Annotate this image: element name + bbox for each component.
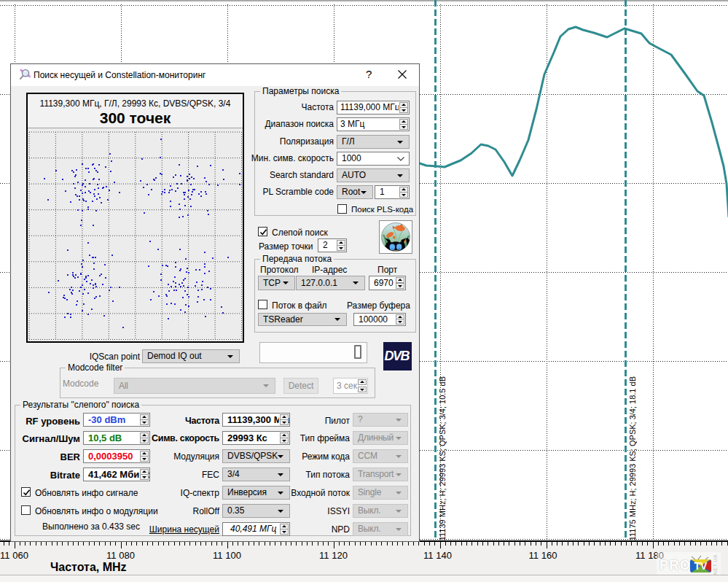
svg-text:DVB: DVB [385, 349, 410, 363]
svg-text:TV: TV [694, 560, 708, 572]
